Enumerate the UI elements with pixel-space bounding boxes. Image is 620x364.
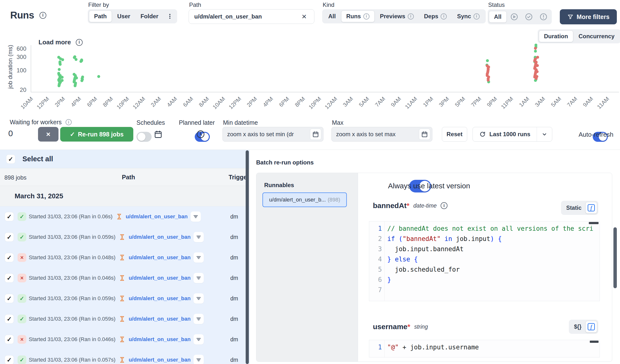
job-row[interactable]: ✓Started 31/03, 23:06 (Ran in 0.059s)u/d…	[0, 227, 246, 247]
field-username-header: username* string	[373, 323, 428, 331]
cancel-selection-button[interactable]: ×	[38, 127, 59, 142]
select-all-checkbox[interactable]	[6, 155, 15, 164]
gutter-divider	[384, 340, 385, 357]
run-dot-success[interactable]	[75, 58, 78, 61]
run-path-link[interactable]: u/dm/alert_on_user_ban	[129, 357, 191, 363]
x-tick-label: 11AM	[400, 95, 418, 114]
auto-refresh-label: Auto-refresh	[579, 131, 613, 138]
row-checkbox[interactable]	[5, 212, 14, 221]
username-code-editor[interactable]: 1 "@" + job.input.username	[369, 340, 600, 357]
mode-static-option[interactable]: Static	[562, 205, 585, 211]
mode-javascript-option[interactable]: f	[585, 321, 597, 333]
run-path-link[interactable]: u/dm/alert_on_user_ban	[129, 295, 191, 302]
run-dot-success[interactable]	[61, 76, 64, 79]
run-dot-success[interactable]	[58, 68, 61, 71]
job-row[interactable]: ×Started 31/03, 23:06 (Ran in 0.048s)u/d…	[0, 247, 246, 268]
hourglass-icon	[118, 315, 126, 323]
run-path-link[interactable]: u/dm/alert_on_user_ban	[129, 316, 191, 322]
row-checkbox[interactable]	[5, 335, 14, 344]
job-row[interactable]: ✓Started 31/03, 23:06 (Ran in 0.059s)u/d…	[0, 288, 246, 309]
runnable-chip[interactable]: u/dm/alert_on_user_b... (898)	[263, 193, 347, 207]
mode-template-option[interactable]: ${}	[570, 324, 585, 330]
trigger-value: dm	[230, 247, 238, 268]
code-line: "@" + job.input.username	[387, 342, 598, 352]
min-datetime-input[interactable]	[222, 127, 323, 142]
job-list-scrollbar[interactable]	[246, 150, 249, 364]
job-row[interactable]: ✓Started 31/03, 23:06 (Ran in 0.057s)u/d…	[0, 350, 246, 364]
runs-range-main[interactable]: Last 1000 runs	[473, 127, 537, 141]
run-dot-failure[interactable]	[536, 64, 539, 67]
run-path-link[interactable]: u/dm/alert_on_user_ban	[126, 213, 188, 220]
runs-range-dropdown[interactable]	[537, 127, 552, 141]
code-line: // bannedAt does not exist on all versio…	[387, 223, 598, 234]
job-row[interactable]: ✓Started 31/03, 23:06 (Ran in 0.06s)u/dm…	[0, 206, 246, 227]
field-bannedat-header: bannedAt* date-time	[373, 201, 448, 210]
editor-hscroll-thumb[interactable]	[590, 341, 599, 343]
select-all-label[interactable]: Select all	[22, 155, 53, 163]
row-checkbox[interactable]	[5, 355, 14, 364]
max-datetime-calendar-button[interactable]	[419, 129, 430, 140]
run-dot-failure[interactable]	[536, 56, 539, 59]
run-dot-failure[interactable]	[535, 75, 538, 78]
row-checkbox[interactable]	[5, 233, 14, 242]
run-dot-success[interactable]	[74, 84, 77, 87]
run-dot-success[interactable]	[61, 58, 64, 61]
row-checkbox[interactable]	[5, 253, 14, 262]
x-tick-label: 5AM	[352, 95, 371, 114]
mode-javascript-option[interactable]: f	[585, 202, 597, 214]
run-dot-failure[interactable]	[487, 79, 490, 82]
hourglass-icon	[118, 356, 126, 364]
runs-duration-chart[interactable]: job duration (ms) 60030010020 10AM12PM2P…	[0, 0, 620, 117]
run-started-text: Started 31/03, 23:06 (Ran in 0.046s)	[29, 275, 116, 281]
x-tick-label: 11PM	[496, 95, 514, 114]
reset-button[interactable]: Reset	[442, 127, 467, 142]
run-dot-failure[interactable]	[536, 70, 539, 73]
run-path-link[interactable]: u/dm/alert_on_user_ban	[129, 336, 191, 343]
waiting-info-icon[interactable]	[65, 119, 72, 125]
filter-by-path-chip[interactable]	[194, 293, 204, 303]
min-datetime-calendar-button[interactable]	[310, 129, 321, 140]
status-badge-success: ✓	[17, 355, 26, 364]
run-dot-success[interactable]	[534, 50, 537, 53]
row-checkbox[interactable]	[5, 273, 14, 282]
run-dot-failure[interactable]	[534, 47, 537, 50]
filter-by-path-chip[interactable]	[194, 273, 204, 283]
calendar-icon	[154, 130, 163, 139]
schedules-toggle[interactable]	[137, 132, 152, 142]
run-path-link[interactable]: u/dm/alert_on_user_ban	[129, 254, 191, 261]
x-tick-label: 6PM	[80, 95, 98, 114]
run-dot-success[interactable]	[75, 76, 78, 79]
run-dot-success[interactable]	[58, 84, 61, 87]
filter-by-path-chip[interactable]	[194, 232, 204, 242]
code-line: }	[387, 274, 598, 285]
max-datetime-input[interactable]	[331, 127, 432, 142]
job-row[interactable]: ×Started 31/03, 23:06 (Ran in 0.046s)u/d…	[0, 329, 246, 350]
run-dot-success[interactable]	[61, 79, 64, 82]
run-path-link[interactable]: u/dm/alert_on_user_ban	[129, 275, 191, 281]
field-info-icon[interactable]	[441, 202, 448, 209]
rerun-jobs-button[interactable]: ✓ Re-run 898 jobs	[60, 127, 133, 142]
row-checkbox[interactable]	[5, 294, 14, 303]
job-row[interactable]: ×Started 31/03, 23:06 (Ran in 0.046s)u/d…	[0, 268, 246, 288]
filter-by-path-chip[interactable]	[191, 212, 201, 222]
run-dot-success[interactable]	[97, 75, 100, 78]
filter-by-path-chip[interactable]	[194, 355, 204, 364]
filter-by-path-chip[interactable]	[194, 252, 204, 263]
run-started-text: Started 31/03, 23:06 (Ran in 0.059s)	[29, 316, 116, 322]
run-path-link[interactable]: u/dm/alert_on_user_ban	[129, 234, 191, 240]
batch-panel-scrollbar[interactable]	[613, 227, 617, 288]
date-group-header: March 31, 2025	[0, 186, 249, 206]
run-dot-success[interactable]	[79, 60, 82, 63]
run-dot-success[interactable]	[80, 79, 83, 82]
filter-by-path-chip[interactable]	[194, 314, 204, 324]
run-dot-success[interactable]	[59, 63, 62, 66]
row-checkbox[interactable]	[5, 315, 14, 323]
hourglass-icon	[116, 213, 123, 220]
editor-hscroll-thumb[interactable]	[589, 222, 599, 224]
job-row[interactable]: ✓Started 31/03, 23:06 (Ran in 0.059s)u/d…	[0, 309, 246, 329]
run-started-text: Started 31/03, 23:06 (Ran in 0.06s)	[29, 213, 113, 220]
filter-by-path-chip[interactable]	[194, 334, 204, 345]
run-dot-success[interactable]	[486, 59, 489, 62]
bannedat-code-editor[interactable]: 1234567 // bannedAt does not exist on al…	[369, 221, 600, 301]
waiting-for-workers-count: 0	[8, 129, 13, 138]
